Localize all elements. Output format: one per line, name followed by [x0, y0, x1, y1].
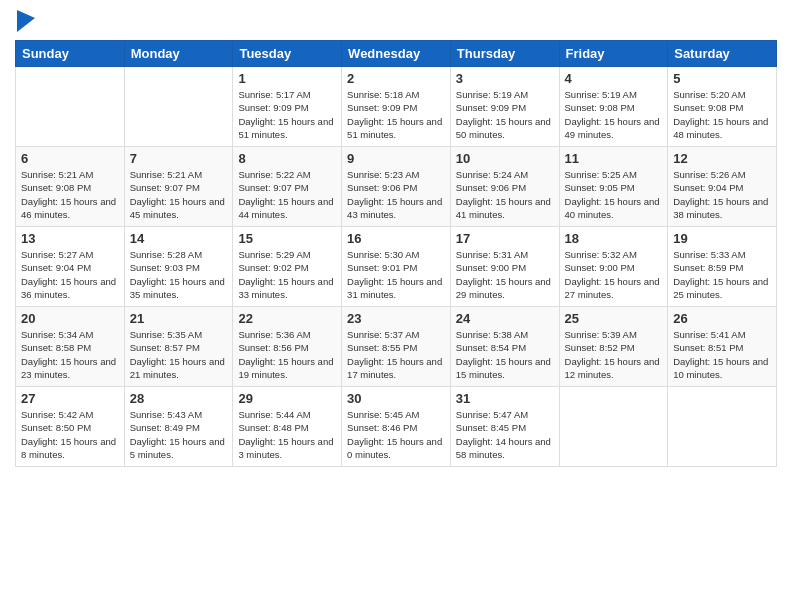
day-number: 20 — [21, 311, 119, 326]
day-number: 19 — [673, 231, 771, 246]
day-number: 12 — [673, 151, 771, 166]
calendar-cell: 27Sunrise: 5:42 AMSunset: 8:50 PMDayligh… — [16, 387, 125, 467]
weekday-header: Thursday — [450, 41, 559, 67]
day-number: 18 — [565, 231, 663, 246]
calendar-cell: 31Sunrise: 5:47 AMSunset: 8:45 PMDayligh… — [450, 387, 559, 467]
calendar-cell: 12Sunrise: 5:26 AMSunset: 9:04 PMDayligh… — [668, 147, 777, 227]
day-number: 26 — [673, 311, 771, 326]
calendar-cell: 22Sunrise: 5:36 AMSunset: 8:56 PMDayligh… — [233, 307, 342, 387]
calendar-cell: 15Sunrise: 5:29 AMSunset: 9:02 PMDayligh… — [233, 227, 342, 307]
day-number: 7 — [130, 151, 228, 166]
calendar: SundayMondayTuesdayWednesdayThursdayFrid… — [15, 40, 777, 467]
weekday-header: Monday — [124, 41, 233, 67]
calendar-cell: 11Sunrise: 5:25 AMSunset: 9:05 PMDayligh… — [559, 147, 668, 227]
day-info: Sunrise: 5:47 AMSunset: 8:45 PMDaylight:… — [456, 408, 554, 461]
calendar-cell — [16, 67, 125, 147]
calendar-cell — [668, 387, 777, 467]
day-info: Sunrise: 5:19 AMSunset: 9:09 PMDaylight:… — [456, 88, 554, 141]
calendar-cell: 23Sunrise: 5:37 AMSunset: 8:55 PMDayligh… — [342, 307, 451, 387]
day-info: Sunrise: 5:23 AMSunset: 9:06 PMDaylight:… — [347, 168, 445, 221]
weekday-header: Tuesday — [233, 41, 342, 67]
weekday-header: Wednesday — [342, 41, 451, 67]
day-number: 11 — [565, 151, 663, 166]
calendar-cell: 3Sunrise: 5:19 AMSunset: 9:09 PMDaylight… — [450, 67, 559, 147]
weekday-header: Sunday — [16, 41, 125, 67]
day-info: Sunrise: 5:26 AMSunset: 9:04 PMDaylight:… — [673, 168, 771, 221]
day-number: 22 — [238, 311, 336, 326]
day-number: 2 — [347, 71, 445, 86]
day-number: 6 — [21, 151, 119, 166]
calendar-cell: 1Sunrise: 5:17 AMSunset: 9:09 PMDaylight… — [233, 67, 342, 147]
day-info: Sunrise: 5:24 AMSunset: 9:06 PMDaylight:… — [456, 168, 554, 221]
day-info: Sunrise: 5:36 AMSunset: 8:56 PMDaylight:… — [238, 328, 336, 381]
calendar-cell: 18Sunrise: 5:32 AMSunset: 9:00 PMDayligh… — [559, 227, 668, 307]
logo-text — [15, 10, 35, 32]
day-number: 8 — [238, 151, 336, 166]
calendar-cell: 17Sunrise: 5:31 AMSunset: 9:00 PMDayligh… — [450, 227, 559, 307]
day-info: Sunrise: 5:19 AMSunset: 9:08 PMDaylight:… — [565, 88, 663, 141]
day-info: Sunrise: 5:33 AMSunset: 8:59 PMDaylight:… — [673, 248, 771, 301]
day-number: 16 — [347, 231, 445, 246]
day-number: 3 — [456, 71, 554, 86]
calendar-cell: 8Sunrise: 5:22 AMSunset: 9:07 PMDaylight… — [233, 147, 342, 227]
day-info: Sunrise: 5:44 AMSunset: 8:48 PMDaylight:… — [238, 408, 336, 461]
day-info: Sunrise: 5:25 AMSunset: 9:05 PMDaylight:… — [565, 168, 663, 221]
day-number: 27 — [21, 391, 119, 406]
calendar-cell: 26Sunrise: 5:41 AMSunset: 8:51 PMDayligh… — [668, 307, 777, 387]
day-number: 9 — [347, 151, 445, 166]
day-number: 5 — [673, 71, 771, 86]
calendar-week-row: 6Sunrise: 5:21 AMSunset: 9:08 PMDaylight… — [16, 147, 777, 227]
calendar-header-row: SundayMondayTuesdayWednesdayThursdayFrid… — [16, 41, 777, 67]
calendar-cell: 20Sunrise: 5:34 AMSunset: 8:58 PMDayligh… — [16, 307, 125, 387]
day-info: Sunrise: 5:38 AMSunset: 8:54 PMDaylight:… — [456, 328, 554, 381]
day-info: Sunrise: 5:27 AMSunset: 9:04 PMDaylight:… — [21, 248, 119, 301]
day-info: Sunrise: 5:37 AMSunset: 8:55 PMDaylight:… — [347, 328, 445, 381]
day-info: Sunrise: 5:21 AMSunset: 9:08 PMDaylight:… — [21, 168, 119, 221]
day-number: 13 — [21, 231, 119, 246]
day-info: Sunrise: 5:22 AMSunset: 9:07 PMDaylight:… — [238, 168, 336, 221]
day-number: 17 — [456, 231, 554, 246]
calendar-cell — [124, 67, 233, 147]
calendar-cell: 19Sunrise: 5:33 AMSunset: 8:59 PMDayligh… — [668, 227, 777, 307]
calendar-week-row: 27Sunrise: 5:42 AMSunset: 8:50 PMDayligh… — [16, 387, 777, 467]
calendar-cell: 6Sunrise: 5:21 AMSunset: 9:08 PMDaylight… — [16, 147, 125, 227]
day-number: 24 — [456, 311, 554, 326]
day-info: Sunrise: 5:28 AMSunset: 9:03 PMDaylight:… — [130, 248, 228, 301]
day-number: 4 — [565, 71, 663, 86]
day-number: 28 — [130, 391, 228, 406]
day-number: 31 — [456, 391, 554, 406]
day-info: Sunrise: 5:20 AMSunset: 9:08 PMDaylight:… — [673, 88, 771, 141]
calendar-week-row: 1Sunrise: 5:17 AMSunset: 9:09 PMDaylight… — [16, 67, 777, 147]
day-number: 23 — [347, 311, 445, 326]
day-info: Sunrise: 5:43 AMSunset: 8:49 PMDaylight:… — [130, 408, 228, 461]
calendar-cell: 25Sunrise: 5:39 AMSunset: 8:52 PMDayligh… — [559, 307, 668, 387]
header — [15, 10, 777, 32]
calendar-cell: 14Sunrise: 5:28 AMSunset: 9:03 PMDayligh… — [124, 227, 233, 307]
day-info: Sunrise: 5:45 AMSunset: 8:46 PMDaylight:… — [347, 408, 445, 461]
day-info: Sunrise: 5:18 AMSunset: 9:09 PMDaylight:… — [347, 88, 445, 141]
calendar-cell: 24Sunrise: 5:38 AMSunset: 8:54 PMDayligh… — [450, 307, 559, 387]
calendar-cell: 13Sunrise: 5:27 AMSunset: 9:04 PMDayligh… — [16, 227, 125, 307]
day-number: 25 — [565, 311, 663, 326]
day-info: Sunrise: 5:17 AMSunset: 9:09 PMDaylight:… — [238, 88, 336, 141]
calendar-cell: 9Sunrise: 5:23 AMSunset: 9:06 PMDaylight… — [342, 147, 451, 227]
day-info: Sunrise: 5:34 AMSunset: 8:58 PMDaylight:… — [21, 328, 119, 381]
calendar-cell: 7Sunrise: 5:21 AMSunset: 9:07 PMDaylight… — [124, 147, 233, 227]
day-number: 29 — [238, 391, 336, 406]
calendar-cell: 21Sunrise: 5:35 AMSunset: 8:57 PMDayligh… — [124, 307, 233, 387]
day-info: Sunrise: 5:39 AMSunset: 8:52 PMDaylight:… — [565, 328, 663, 381]
day-info: Sunrise: 5:29 AMSunset: 9:02 PMDaylight:… — [238, 248, 336, 301]
calendar-cell: 2Sunrise: 5:18 AMSunset: 9:09 PMDaylight… — [342, 67, 451, 147]
svg-marker-0 — [17, 10, 35, 32]
calendar-cell — [559, 387, 668, 467]
calendar-week-row: 13Sunrise: 5:27 AMSunset: 9:04 PMDayligh… — [16, 227, 777, 307]
weekday-header: Saturday — [668, 41, 777, 67]
day-info: Sunrise: 5:21 AMSunset: 9:07 PMDaylight:… — [130, 168, 228, 221]
day-info: Sunrise: 5:35 AMSunset: 8:57 PMDaylight:… — [130, 328, 228, 381]
day-info: Sunrise: 5:42 AMSunset: 8:50 PMDaylight:… — [21, 408, 119, 461]
calendar-cell: 16Sunrise: 5:30 AMSunset: 9:01 PMDayligh… — [342, 227, 451, 307]
calendar-week-row: 20Sunrise: 5:34 AMSunset: 8:58 PMDayligh… — [16, 307, 777, 387]
day-number: 10 — [456, 151, 554, 166]
day-number: 1 — [238, 71, 336, 86]
page: SundayMondayTuesdayWednesdayThursdayFrid… — [0, 0, 792, 482]
